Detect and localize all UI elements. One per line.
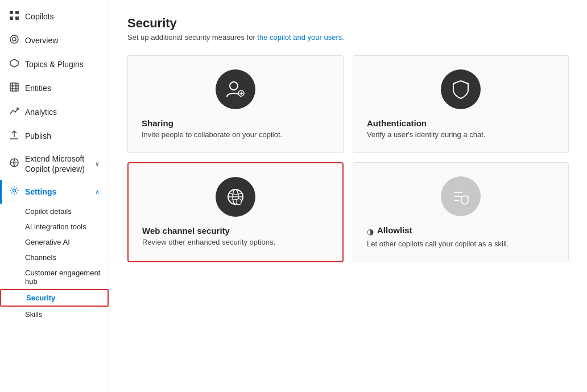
settings-icon [9,185,19,198]
sidebar-label-entities: Entities [25,84,51,93]
publish-icon [9,130,19,142]
sidebar-sub-label-security: Security [26,294,55,302]
extend-icon [9,158,19,170]
overview-icon [9,34,19,47]
sidebar-sub-label-channels: Channels [25,253,56,262]
card-sharing[interactable]: Sharing Invite people to collaborate on … [127,55,344,153]
web-channel-title: Web channel security [142,226,230,236]
entities-icon [9,82,19,94]
svg-rect-0 [10,11,13,14]
allowlist-icon-wrap [441,176,481,216]
sidebar-sub-label-skills: Skills [25,310,42,319]
authentication-title: Authentication [367,118,427,128]
sidebar-sub-ai-integration[interactable]: AI integration tools [0,219,109,234]
sidebar-sub-label-generative-ai: Generative AI [25,238,70,246]
svg-rect-2 [10,16,13,20]
sharing-title: Sharing [142,118,173,128]
settings-chevron: ∧ [95,188,100,196]
svg-rect-1 [15,11,19,14]
svg-rect-3 [15,16,19,20]
sidebar-item-extend[interactable]: Extend Microsoft Copilot (preview) ∨ [0,148,109,180]
sidebar-label-copilots: Copilots [25,12,54,21]
card-authentication[interactable]: Authentication Verify a user's identity … [353,55,569,153]
svg-point-4 [10,35,18,43]
svg-point-5 [13,38,16,41]
sidebar-label-overview: Overview [25,36,58,45]
subtitle-link[interactable]: the copilot and your users. [257,33,344,42]
web-channel-desc: Review other enhanced security options. [142,238,275,246]
sidebar-label-topics: Topics & Plugins [25,60,84,69]
sidebar-sub-label-copilot-details: Copilot details [25,207,72,216]
svg-marker-6 [10,59,18,67]
sidebar-sub-customer-engagement[interactable]: Customer engagement hub [0,265,109,289]
allowlist-title: Allowlist [377,225,412,235]
page-title: Security [127,16,569,31]
sidebar-item-analytics[interactable]: Analytics [0,100,109,124]
sidebar-label-analytics: Analytics [25,108,57,117]
sidebar-sub-label-customer-engagement: Customer engagement hub [25,269,100,286]
sidebar-sub-label-ai-integration: AI integration tools [25,222,86,231]
copilots-icon [9,10,19,23]
allowlist-desc: Let other copilots call your copilot as … [367,240,509,248]
sidebar-sub-copilot-details[interactable]: Copilot details [0,204,109,219]
sharing-icon-wrap [216,69,255,109]
sidebar-sub-security[interactable]: Security [0,289,109,307]
sidebar-label-extend: Extend Microsoft Copilot (preview) [25,154,89,174]
cards-grid: Sharing Invite people to collaborate on … [127,55,569,262]
sidebar-label-settings: Settings [25,187,89,196]
sidebar-item-overview[interactable]: Overview [0,28,109,52]
svg-point-17 [230,82,238,90]
sidebar-item-settings[interactable]: Settings ∧ [0,180,109,204]
page-subtitle: Set up additional security measures for … [127,33,569,42]
topics-icon [9,58,19,71]
sidebar: Copilots Overview Topics & Plugins [0,0,109,392]
svg-point-16 [13,189,16,192]
web-channel-security-icon-wrap [216,177,255,217]
main-content: Security Set up additional security meas… [109,0,587,392]
sidebar-label-publish: Publish [25,131,51,141]
card-allowlist[interactable]: ◑ Allowlist Let other copilots call your… [353,162,569,262]
allowlist-title-row: ◑ Allowlist [367,225,412,237]
sidebar-sub-generative-ai[interactable]: Generative AI [0,234,109,250]
card-web-channel-security[interactable]: Web channel security Review other enhanc… [127,162,344,262]
sidebar-item-topics[interactable]: Topics & Plugins [0,52,109,76]
sharing-desc: Invite people to collaborate on your cop… [142,130,282,139]
sidebar-item-copilots[interactable]: Copilots [0,5,109,28]
allowlist-prefix-icon: ◑ [367,227,374,236]
authentication-desc: Verify a user's identity during a chat. [367,130,485,139]
authentication-icon-wrap [441,69,481,109]
sidebar-item-publish[interactable]: Publish [0,124,109,148]
svg-rect-7 [10,83,18,91]
extend-chevron: ∨ [95,160,100,168]
sidebar-sub-skills[interactable]: Skills [0,307,109,322]
analytics-icon [9,106,19,118]
sidebar-sub-channels[interactable]: Channels [0,250,109,265]
sidebar-item-entities[interactable]: Entities [0,76,109,100]
